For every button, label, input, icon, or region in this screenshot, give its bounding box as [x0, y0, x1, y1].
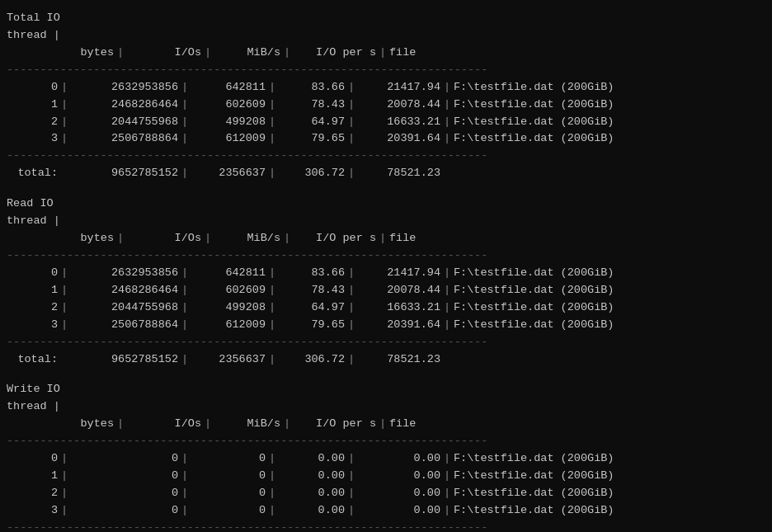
- col-bytes: 2632953856: [71, 79, 178, 97]
- sep: |: [376, 45, 389, 62]
- sep: |: [440, 79, 454, 97]
- sep: |: [178, 97, 191, 114]
- col-iops: 21417.94: [358, 265, 440, 282]
- col-file: F:\testfile.dat (200GiB): [454, 468, 765, 485]
- col-thread: 3: [7, 130, 58, 148]
- sep: |: [440, 282, 454, 299]
- col-mibs: 79.65: [279, 130, 345, 148]
- col-thread: 3: [7, 317, 58, 334]
- sep: |: [345, 502, 358, 520]
- sep: |: [440, 468, 454, 485]
- table-divider: ----------------------------------------…: [7, 62, 765, 79]
- sep: |: [266, 468, 279, 485]
- sep: |: [345, 97, 358, 114]
- sep: |: [345, 468, 358, 485]
- sep: |: [178, 351, 191, 369]
- sep: |: [345, 114, 358, 131]
- sep: |: [178, 282, 191, 299]
- header-bytes: bytes: [7, 416, 114, 433]
- data-row-3: 3|2506788864|612009|79.65|20391.64|F:\te…: [7, 130, 765, 148]
- col-file: F:\testfile.dat (200GiB): [454, 502, 765, 520]
- col-bytes: 0: [71, 485, 178, 502]
- header-bytes: bytes: [7, 45, 114, 62]
- sep: |: [58, 79, 71, 97]
- col-bytes: 2506788864: [71, 317, 178, 334]
- sep: |: [345, 317, 358, 334]
- data-row-3: 3|2506788864|612009|79.65|20391.64|F:\te…: [7, 317, 765, 334]
- sep: |: [266, 502, 279, 520]
- col-file: F:\testfile.dat (200GiB): [454, 299, 765, 317]
- header-iops: I/O per s: [294, 230, 376, 247]
- col-ios: 0: [191, 485, 266, 502]
- header-ios: I/Os: [127, 230, 201, 247]
- header-file: file: [389, 416, 765, 433]
- sep: |: [376, 230, 389, 247]
- data-row-1: 1|0|0|0.00|0.00|F:\testfile.dat (200GiB): [7, 468, 765, 485]
- col-thread: 1: [7, 282, 58, 299]
- col-file: F:\testfile.dat (200GiB): [454, 485, 765, 502]
- header-file: file: [389, 230, 765, 247]
- table-divider: ----------------------------------------…: [7, 520, 765, 532]
- section-gap: [7, 182, 765, 191]
- col-thread: 1: [7, 97, 58, 114]
- sep: |: [266, 130, 279, 148]
- sep: |: [440, 114, 454, 131]
- col-thread: 0: [7, 450, 58, 468]
- total-row: total:9652785152|2356637|306.72|78521.23: [7, 165, 765, 182]
- total-ios: 2356637: [191, 165, 266, 182]
- total-iops: 78521.23: [358, 165, 440, 182]
- col-thread: 3: [7, 502, 58, 520]
- sep: |: [345, 485, 358, 502]
- sep: |: [58, 468, 71, 485]
- total-bytes: 9652785152: [71, 165, 178, 182]
- sep: |: [266, 79, 279, 97]
- col-bytes: 2044755968: [71, 114, 178, 131]
- sep: |: [178, 130, 191, 148]
- sep: |: [440, 265, 454, 282]
- sep: |: [345, 351, 358, 369]
- data-row-0: 0|0|0|0.00|0.00|F:\testfile.dat (200GiB): [7, 450, 765, 468]
- col-bytes: 0: [71, 450, 178, 468]
- data-row-0: 0|2632953856|642811|83.66|21417.94|F:\te…: [7, 79, 765, 97]
- col-thread: 1: [7, 468, 58, 485]
- col-file: F:\testfile.dat (200GiB): [454, 282, 765, 299]
- col-bytes: 2468286464: [71, 282, 178, 299]
- sep: |: [178, 485, 191, 502]
- sep: |: [280, 230, 294, 247]
- sep: |: [178, 299, 191, 317]
- data-row-1: 1|2468286464|602609|78.43|20078.44|F:\te…: [7, 282, 765, 299]
- col-iops: 20078.44: [358, 97, 440, 114]
- sep: |: [58, 97, 71, 114]
- col-ios: 642811: [191, 79, 266, 97]
- sep: |: [266, 351, 279, 369]
- table-divider: ----------------------------------------…: [7, 433, 765, 450]
- sep: |: [440, 485, 454, 502]
- col-iops: 0.00: [358, 450, 440, 468]
- col-thread: 0: [7, 79, 58, 97]
- col-mibs: 0.00: [279, 502, 345, 520]
- sep: |: [201, 230, 214, 247]
- header-ios: I/Os: [127, 45, 201, 62]
- col-mibs: 64.97: [279, 114, 345, 131]
- col-file: F:\testfile.dat (200GiB): [454, 79, 765, 97]
- header-mibs: MiB/s: [214, 45, 280, 62]
- col-mibs: 79.65: [279, 317, 345, 334]
- sep: |: [345, 299, 358, 317]
- total-mibs: 306.72: [279, 351, 345, 369]
- col-iops: 0.00: [358, 485, 440, 502]
- sep: |: [440, 97, 454, 114]
- total-iops: 78521.23: [358, 351, 440, 369]
- sep: |: [440, 130, 454, 148]
- sep: |: [266, 114, 279, 131]
- header-iops: I/O per s: [294, 416, 376, 433]
- sep: |: [58, 130, 71, 148]
- col-file: F:\testfile.dat (200GiB): [454, 130, 765, 148]
- col-mibs: 64.97: [279, 299, 345, 317]
- col-bytes: 0: [71, 502, 178, 520]
- sep: |: [266, 450, 279, 468]
- sep: |: [266, 265, 279, 282]
- header-mibs: MiB/s: [214, 416, 280, 433]
- col-ios: 0: [191, 502, 266, 520]
- col-mibs: 78.43: [279, 97, 345, 114]
- col-thread: 2: [7, 114, 58, 131]
